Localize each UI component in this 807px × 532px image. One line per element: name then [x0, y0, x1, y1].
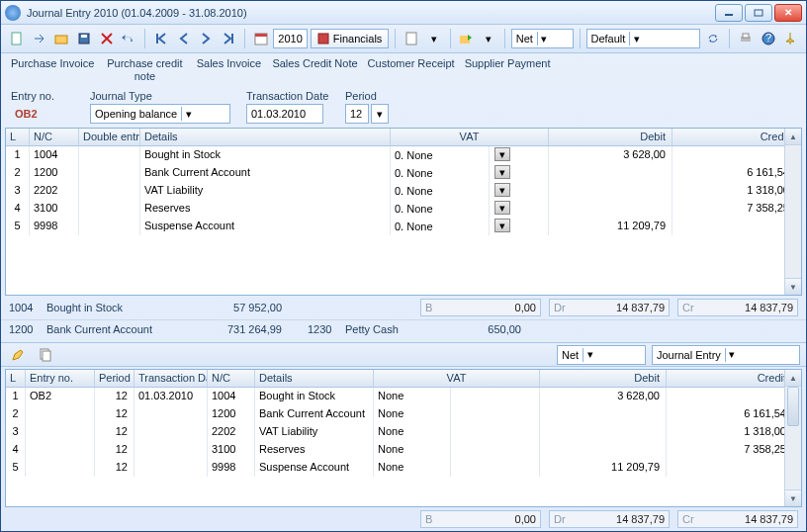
grid-cell[interactable]: 3 628,00 [549, 146, 672, 164]
grid-cell[interactable]: 3 628,00 [540, 388, 667, 405]
grid-cell[interactable] [26, 405, 95, 423]
period-input[interactable]: 12 [345, 104, 369, 124]
grid-cell[interactable]: 0. None [391, 200, 490, 218]
grid-cell[interactable] [26, 459, 95, 477]
grid-cell[interactable]: 1 318,00 [672, 182, 796, 200]
grid-cell[interactable]: 5 [6, 459, 26, 477]
grid-cell[interactable] [672, 218, 796, 235]
grid-cell[interactable]: 11 209,79 [549, 218, 672, 235]
grid-cell[interactable]: 6 161,54 [667, 405, 793, 423]
vat-dropdown[interactable]: ▾ [490, 164, 549, 182]
minimize-button[interactable] [715, 4, 743, 22]
vat-dropdown[interactable]: ▾ [490, 200, 549, 218]
grid-cell[interactable] [134, 423, 208, 441]
grid-cell[interactable]: 3 [6, 182, 30, 200]
journal-type-dropdown[interactable]: Opening balance▾ [90, 104, 230, 124]
column-header[interactable]: Entry no. [26, 370, 95, 388]
scroll-up-icon[interactable]: ▲ [785, 129, 801, 145]
grid-cell[interactable] [79, 200, 140, 218]
grid-cell[interactable]: 0. None [391, 218, 490, 235]
grid-cell[interactable] [451, 405, 540, 423]
print-icon[interactable] [736, 28, 756, 49]
cat-sales-credit[interactable]: Sales Credit Note [272, 57, 357, 70]
grid-cell[interactable]: 12 [95, 441, 134, 459]
vat-dropdown[interactable]: ▾ [490, 182, 549, 200]
grid-cell[interactable]: Suspense Account [140, 218, 391, 235]
vat-dropdown[interactable]: ▾ [490, 146, 549, 164]
close-button[interactable]: ✕ [774, 4, 802, 22]
grid-cell[interactable]: 9998 [208, 459, 255, 477]
grid-cell[interactable]: OB2 [26, 388, 95, 405]
grid-cell[interactable]: 2202 [30, 182, 79, 200]
column-header[interactable]: Credit [672, 129, 796, 146]
grid-cell[interactable] [79, 182, 140, 200]
cat-customer-receipt[interactable]: Customer Receipt [368, 57, 455, 70]
filter-net-dropdown[interactable]: Net▾ [557, 345, 646, 365]
prev-icon[interactable] [174, 28, 194, 49]
import-icon[interactable] [30, 28, 49, 49]
period-dropdown[interactable]: ▾ [371, 104, 389, 124]
column-header[interactable]: Transaction Da [134, 370, 208, 388]
grid-cell[interactable] [451, 459, 540, 477]
grid-cell[interactable]: 12 [95, 388, 134, 405]
open-icon[interactable] [51, 28, 71, 49]
cat-purchase-credit[interactable]: Purchase credit note [104, 57, 185, 83]
grid-cell[interactable] [549, 200, 672, 218]
grid-cell[interactable]: 2 [6, 164, 30, 182]
grid-cell[interactable]: 1200 [30, 164, 79, 182]
grid-cell[interactable]: 3100 [30, 200, 79, 218]
column-header[interactable]: VAT [374, 370, 540, 388]
grid-cell[interactable]: 6 161,54 [672, 164, 796, 182]
grid-cell[interactable] [134, 459, 208, 477]
grid-cell[interactable]: VAT Liability [140, 182, 391, 200]
grid-cell[interactable]: 01.03.2010 [134, 388, 208, 405]
document-icon[interactable] [402, 28, 421, 49]
grid-cell[interactable]: 12 [95, 423, 134, 441]
maximize-button[interactable] [745, 4, 772, 22]
grid-cell[interactable]: Reserves [255, 441, 374, 459]
grid-cell[interactable]: 1 318,00 [667, 423, 793, 441]
grid-cell[interactable]: 2202 [208, 423, 255, 441]
column-header[interactable]: VAT [391, 129, 549, 146]
column-header[interactable]: L [6, 370, 26, 388]
grid-cell[interactable]: 5 [6, 218, 30, 235]
grid-cell[interactable] [79, 146, 140, 164]
vat-dropdown[interactable]: ▾ [490, 218, 549, 235]
grid-cell[interactable] [451, 388, 540, 405]
grid-cell[interactable]: 1 [6, 146, 30, 164]
chevron-down-icon[interactable]: ▾ [479, 28, 498, 49]
grid-cell[interactable]: 12 [95, 459, 134, 477]
grid-cell[interactable] [134, 441, 208, 459]
copy-icon[interactable] [35, 344, 56, 366]
grid-cell[interactable]: 12 [95, 405, 134, 423]
grid-cell[interactable] [79, 164, 140, 182]
grid-cell[interactable] [667, 388, 793, 405]
default-dropdown[interactable]: Default▾ [586, 29, 701, 48]
grid-cell[interactable]: None [374, 441, 451, 459]
first-icon[interactable] [151, 28, 171, 49]
grid-cell[interactable]: 4 [6, 200, 30, 218]
scroll-thumb[interactable] [787, 387, 799, 426]
grid-cell[interactable] [26, 423, 95, 441]
grid-cell[interactable]: 0. None [391, 146, 490, 164]
scroll-up-icon[interactable]: ▲ [785, 370, 801, 387]
grid-cell[interactable]: None [374, 405, 451, 423]
delete-icon[interactable] [97, 28, 117, 49]
grid-cell[interactable]: 1 [6, 388, 26, 405]
grid-cell[interactable]: 2 [6, 405, 26, 423]
year-input[interactable]: 2010 [273, 29, 307, 48]
grid-cell[interactable]: None [374, 388, 451, 405]
grid-cell[interactable]: 0. None [391, 182, 490, 200]
grid-cell[interactable] [134, 405, 208, 423]
grid-cell[interactable]: 1200 [208, 405, 255, 423]
grid-cell[interactable]: Bank Current Account [140, 164, 391, 182]
grid-cell[interactable]: Bought in Stock [140, 146, 391, 164]
grid-cell[interactable]: 0. None [391, 164, 490, 182]
chevron-down-icon[interactable]: ▾ [424, 28, 444, 49]
scrollbar[interactable]: ▲ ▼ [784, 370, 801, 506]
save-icon[interactable] [74, 28, 94, 49]
grid-cell[interactable] [672, 146, 796, 164]
cat-sales-invoice[interactable]: Sales Invoice [195, 57, 262, 70]
grid-cell[interactable] [540, 423, 667, 441]
grid-cell[interactable]: Suspense Account [255, 459, 374, 477]
